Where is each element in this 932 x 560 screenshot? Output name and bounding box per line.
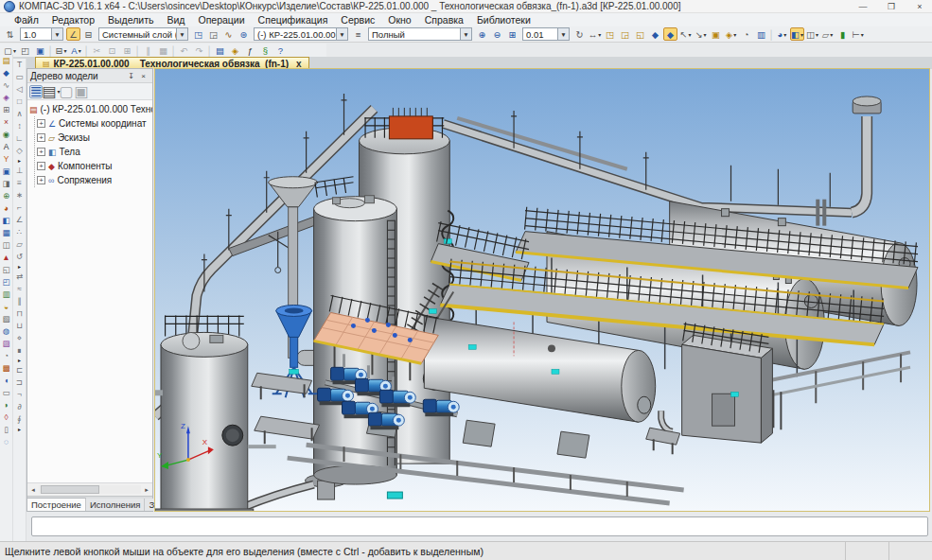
left-toolbar-icon[interactable]: ◁ [16, 83, 23, 96]
file-toolbar-icon[interactable]: │ [135, 44, 140, 57]
file-toolbar-icon[interactable]: ∥ [141, 44, 155, 57]
tree-item[interactable]: + ▱ Эскизы [37, 131, 152, 145]
toolbar-icon[interactable]: ⊛ [237, 27, 251, 41]
left-toolbar-icon[interactable]: ◰ [2, 276, 9, 289]
scroll-right-icon[interactable]: ▸ [141, 486, 152, 494]
left-toolbar-icon[interactable]: ∮ [17, 413, 21, 426]
left-toolbar-icon[interactable]: ▲ [2, 252, 9, 264]
left-toolbar-icon[interactable]: ⇄ [16, 271, 23, 283]
left-toolbar-icon[interactable]: ◔ [4, 350, 9, 362]
detail-level-dropdown[interactable]: Полный▼ [368, 27, 472, 41]
display-mode-icon[interactable]: ▱▾ [820, 27, 835, 41]
file-toolbar-icon[interactable]: ▤ [213, 44, 227, 57]
left-toolbar-icon[interactable]: ▦ [2, 227, 9, 239]
toolbar-icon[interactable]: ≡ [351, 27, 365, 41]
left-toolbar-icon[interactable]: ⌐ [17, 201, 22, 214]
viewport-3d[interactable]: X Y Z [154, 68, 930, 512]
left-toolbar-icon[interactable]: ◌ [4, 436, 9, 448]
toolbar-icon[interactable]: ∠ [66, 27, 80, 41]
view-toolbar-icon[interactable]: ▣ [709, 27, 723, 41]
left-toolbar-icon[interactable]: ∥ [17, 295, 21, 307]
display-mode-icon[interactable]: ⊢▾ [851, 27, 865, 41]
left-toolbar-icon[interactable]: ◨ [2, 178, 9, 190]
left-toolbar-icon[interactable]: ◫ [2, 239, 9, 252]
file-toolbar-icon[interactable]: ✂ [90, 44, 104, 57]
left-toolbar-icon[interactable]: ▭ [2, 387, 9, 399]
left-toolbar-icon[interactable]: ▸ [18, 426, 21, 433]
display-mode-icon[interactable]: ▮ [835, 27, 850, 41]
left-toolbar-icon[interactable]: ▭ [15, 71, 23, 83]
left-toolbar-icon[interactable]: ⊏ [16, 364, 23, 376]
view-toolbar-icon[interactable]: ↻ [572, 27, 587, 41]
menu-item[interactable]: Операции [191, 14, 251, 26]
left-toolbar-icon[interactable]: ◈ [3, 92, 9, 104]
tree-item[interactable]: + ◧ Тела [37, 145, 152, 159]
scroll-track[interactable] [39, 485, 141, 494]
left-toolbar-icon[interactable]: ◒ [4, 301, 9, 313]
left-toolbar-icon[interactable]: ∠ [16, 214, 24, 226]
left-toolbar-icon[interactable]: T [17, 59, 22, 71]
layer-dropdown[interactable]: Системный слой (0)▼ [98, 27, 188, 41]
expand-icon[interactable]: + [37, 148, 45, 156]
file-toolbar-icon[interactable]: ⊡ [105, 44, 119, 57]
file-toolbar-icon[interactable]: ⊞ [120, 44, 134, 57]
left-toolbar-icon[interactable]: ≡ [17, 177, 22, 189]
left-toolbar-icon[interactable]: ▸ [18, 157, 21, 165]
menu-item[interactable]: Выделить [101, 14, 160, 26]
menu-item[interactable]: Сервис [334, 14, 381, 26]
zoom-icon[interactable]: ⊞ [505, 27, 519, 41]
left-toolbar-icon[interactable]: ▸ [18, 357, 21, 364]
component-dropdown[interactable]: (-) КР-225.01.00.00(▼ [254, 27, 348, 41]
left-toolbar-icon[interactable]: ◊ [4, 411, 8, 424]
tree-root-item[interactable]: ▤ (-) КР-225.01.00.000 Технолог [29, 102, 152, 116]
left-toolbar-icon[interactable]: ⊓ [16, 307, 23, 320]
left-toolbar-icon[interactable]: A [4, 141, 9, 153]
file-toolbar-icon[interactable]: │ [207, 44, 212, 57]
left-toolbar-icon[interactable]: ▱ [16, 238, 23, 251]
left-toolbar-icon[interactable]: ¬ [17, 389, 22, 401]
file-toolbar-icon[interactable]: ▣ [33, 44, 47, 57]
left-toolbar-icon[interactable]: × [4, 116, 9, 129]
file-toolbar-icon[interactable]: │ [171, 44, 176, 57]
expand-icon[interactable]: + [37, 176, 45, 184]
tree-item[interactable]: + ∞ Сопряжения [37, 173, 152, 187]
view-toolbar-icon[interactable]: ◈▾ [724, 27, 738, 41]
tree-tab[interactable]: Построение [27, 498, 86, 511]
expand-icon[interactable]: + [37, 119, 45, 128]
panel-close-icon[interactable]: × [137, 72, 149, 80]
scroll-left-icon[interactable]: ◂ [27, 486, 39, 494]
tree-tab[interactable]: Исполнения [86, 499, 146, 511]
view-toolbar-icon[interactable]: ◔ [739, 27, 753, 41]
left-toolbar-icon[interactable]: ◖ [4, 375, 9, 387]
view-toolbar-icon[interactable]: ◆ [648, 27, 662, 41]
menu-item[interactable]: Редактор [45, 14, 101, 26]
view-toolbar-icon[interactable]: ↘▾ [694, 27, 708, 41]
toolbar-icon[interactable]: ∿ [221, 27, 236, 41]
tree-hscrollbar[interactable]: ◂ ▸ [27, 482, 152, 496]
view-toolbar-icon[interactable]: ↔▾ [588, 27, 602, 41]
view-toolbar-icon[interactable]: ↖▾ [678, 27, 693, 41]
left-toolbar-icon[interactable]: ∂ [17, 401, 21, 413]
left-toolbar-icon[interactable]: ∟ [15, 132, 23, 145]
left-toolbar-icon[interactable]: ⊐ [16, 376, 23, 389]
zoom-icon[interactable]: ⊖ [490, 27, 504, 41]
file-toolbar-icon[interactable]: ⊟▾ [54, 44, 68, 57]
left-toolbar-icon[interactable]: ≈ [17, 283, 22, 295]
left-toolbar-icon[interactable]: ∧ [16, 108, 22, 120]
file-toolbar-icon[interactable]: ◰ [18, 44, 32, 57]
menu-item[interactable]: Спецификация [252, 14, 335, 26]
left-toolbar-icon[interactable]: ↕ [17, 120, 21, 132]
left-toolbar-icon[interactable]: ▧ [2, 313, 9, 325]
left-toolbar-icon[interactable]: □ [17, 96, 22, 108]
toolbar-icon[interactable]: ◲ [206, 27, 220, 41]
left-toolbar-icon[interactable]: ⊔ [16, 320, 23, 332]
left-toolbar-icon[interactable]: ∗ [16, 189, 23, 201]
left-toolbar-icon[interactable]: ↺ [16, 251, 23, 263]
step-dropdown[interactable]: 0.01▼ [522, 27, 570, 41]
left-toolbar-icon[interactable]: ⊞ [3, 104, 9, 116]
scale-dropdown[interactable]: 1.0▼ [20, 27, 63, 41]
tree-toolbar-icon[interactable]: ▣ [75, 85, 88, 98]
file-toolbar-icon[interactable]: │ [48, 44, 53, 57]
menu-item[interactable]: Справка [418, 14, 470, 26]
view-toolbar-icon[interactable]: ◱ [633, 27, 647, 41]
